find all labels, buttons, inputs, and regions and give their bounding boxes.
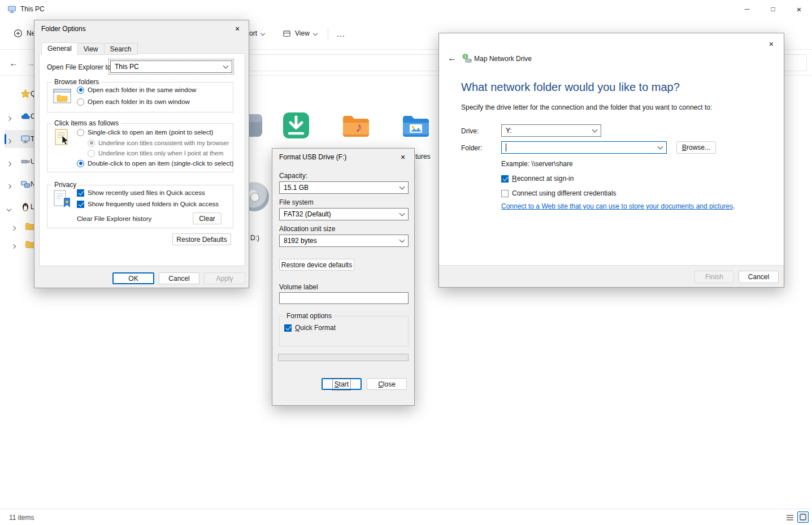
file-system-select[interactable]: FAT32 (Default) [279, 208, 409, 220]
capacity-value: 15.1 GB [284, 184, 309, 192]
radio-underline-point[interactable]: Underline icon titles only when I point … [88, 149, 223, 158]
chevron-right-icon[interactable] [7, 184, 11, 189]
radio-icon[interactable] [77, 129, 84, 136]
downloads-folder-icon[interactable] [280, 110, 312, 141]
more-options-button[interactable]: … [332, 23, 349, 44]
apply-button[interactable]: Apply [204, 272, 245, 284]
close-icon[interactable]: × [392, 149, 414, 166]
tab-search[interactable]: Search [104, 43, 138, 55]
radio-icon [88, 150, 95, 157]
radio-open-own-window[interactable]: Open each folder in its own window [77, 97, 190, 106]
tab-general[interactable]: General [41, 42, 78, 55]
dvd-label-fragment[interactable]: D:) [250, 234, 259, 242]
checkbox-label[interactable]: Show frequently used folders in Quick ac… [88, 201, 219, 207]
chevron-right-icon[interactable] [11, 244, 16, 249]
radio-label[interactable]: Open each folder in the same window [88, 86, 196, 93]
back-button[interactable]: ← [7, 56, 20, 70]
radio-label[interactable]: Double-click to open an item (single-cli… [88, 160, 233, 167]
ok-button[interactable]: OK [112, 272, 154, 284]
checkbox-label[interactable]: Show recently used files in Quick access [88, 189, 205, 196]
toolbar-divider [328, 27, 328, 41]
checkbox-reconnect[interactable]: Reconnect at sign-in [501, 174, 574, 183]
wizard-instruction: Specify the drive letter for the connect… [461, 103, 712, 111]
view-button[interactable]: View [278, 23, 322, 44]
browse-folders-group: Browse folders Open each folder in the s… [47, 82, 233, 112]
pictures-label-fragment[interactable]: tures [415, 153, 431, 160]
view-icon [283, 29, 291, 38]
folder-label: Folder: [461, 144, 482, 152]
close-button[interactable]: × [786, 0, 812, 18]
radio-single-click[interactable]: Single-click to open an item (point to s… [77, 128, 213, 137]
open-explorer-to-select[interactable]: This PC [110, 60, 232, 73]
checkbox-label[interactable]: Connect using different credentials [512, 189, 616, 197]
pictures-folder-icon[interactable] [400, 110, 432, 141]
finish-button[interactable]: Finish [694, 271, 734, 283]
quick-access-star-icon [20, 89, 31, 99]
map-network-drive-icon [462, 53, 472, 63]
checkbox-icon[interactable] [501, 175, 509, 183]
maximize-button[interactable]: □ [760, 0, 786, 18]
example-text: Example: \\server\share [501, 160, 573, 168]
large-icons-view-button[interactable] [797, 511, 809, 523]
capacity-label: Capacity: [279, 172, 307, 180]
folder-options-dialog: Folder Options × General View Search Ope… [34, 20, 249, 288]
chevron-right-icon[interactable] [7, 139, 11, 144]
clear-history-label: Clear File Explorer history [77, 215, 151, 222]
clear-button[interactable]: Clear [193, 212, 222, 224]
checkbox-show-recent[interactable]: Show recently used files in Quick access [77, 188, 205, 197]
text-caret [506, 144, 506, 151]
checkbox-show-frequent[interactable]: Show frequently used folders in Quick ac… [77, 199, 219, 209]
cancel-button[interactable]: Cancel [739, 271, 779, 283]
back-button[interactable]: ← [446, 52, 458, 64]
close-icon[interactable]: × [763, 37, 779, 50]
network-icon [20, 179, 31, 189]
details-view-icon[interactable] [785, 513, 794, 522]
radio-underline-consistent[interactable]: Underline icon titles consistent with my… [88, 138, 229, 147]
checkbox-icon[interactable] [77, 201, 84, 208]
drive-letter-select[interactable]: Y: [501, 124, 601, 137]
checkbox-quick-format[interactable]: Quick Format [284, 323, 336, 332]
radio-icon[interactable] [77, 160, 84, 167]
chevron-right-icon[interactable] [11, 226, 16, 231]
chevron-down-icon [223, 63, 229, 69]
music-folder-icon[interactable]: ♪ [340, 110, 372, 141]
chevron-down-icon [658, 144, 663, 150]
minimize-button[interactable]: ─ [734, 0, 760, 18]
radio-label[interactable]: Single-click to open an item (point to s… [88, 129, 213, 136]
radio-double-click[interactable]: Double-click to open an item (single-cli… [77, 159, 233, 168]
radio-icon [88, 140, 95, 147]
chevron-down-icon[interactable] [7, 207, 11, 211]
allocation-select[interactable]: 8192 bytes [279, 235, 409, 247]
wizard-title: Map Network Drive [474, 55, 532, 63]
cancel-button[interactable]: Cancel [159, 272, 199, 284]
chevron-down-icon [400, 211, 405, 216]
radio-icon[interactable] [77, 86, 84, 94]
close-icon[interactable]: × [226, 20, 249, 37]
restore-device-defaults-button[interactable]: Restore device defaults [279, 259, 354, 271]
radio-icon[interactable] [77, 98, 84, 106]
restore-defaults-button[interactable]: Restore Defaults [172, 233, 231, 245]
volume-label-input[interactable] [279, 292, 409, 304]
chevron-right-icon[interactable] [7, 162, 11, 166]
checkbox-label[interactable]: Reconnect at sign-in [512, 175, 574, 183]
privacy-group: Privacy Show recently used files in Quic… [47, 185, 233, 228]
checkbox-icon[interactable] [501, 190, 509, 197]
item-count: 11 items [9, 514, 34, 522]
wizard-heading: What network folder would you like to ma… [461, 81, 680, 94]
tab-view[interactable]: View [77, 43, 105, 55]
folder-path-input[interactable] [501, 141, 667, 154]
checkbox-credentials[interactable]: Connect using different credentials [501, 189, 616, 198]
browse-button[interactable]: Browse... [676, 141, 716, 154]
close-format-button[interactable]: Close [367, 378, 407, 390]
chevron-right-icon[interactable] [7, 116, 11, 121]
checkbox-icon[interactable] [77, 189, 84, 197]
group-legend: Format options [284, 312, 334, 320]
radio-open-same-window[interactable]: Open each folder in the same window [77, 85, 196, 94]
explorer-window: This PC ─ □ × New Sort [0, 0, 812, 525]
capacity-select[interactable]: 15.1 GB [279, 181, 409, 194]
start-button[interactable]: Start [322, 378, 362, 390]
checkbox-icon[interactable] [284, 324, 292, 332]
checkbox-label[interactable]: Quick Format [295, 324, 336, 332]
radio-label[interactable]: Open each folder in its own window [88, 98, 190, 105]
connect-website-link[interactable]: Connect to a Web site that you can use t… [501, 202, 733, 210]
